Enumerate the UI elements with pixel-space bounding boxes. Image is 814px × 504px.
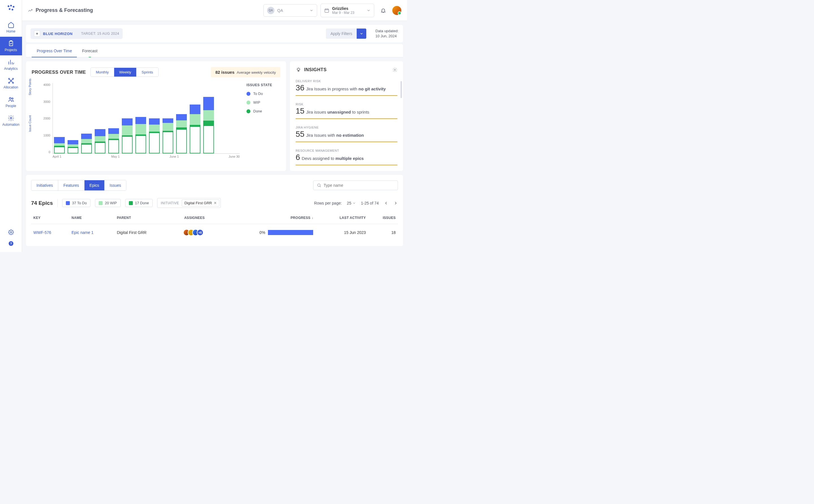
page-next[interactable] [393, 201, 398, 205]
epics-table: KEY NAME PARENT ASSIGNEES PROGRESS ↓ LAS… [31, 212, 398, 241]
filter-wip[interactable]: 20 WIP [95, 199, 121, 207]
insight-item[interactable]: RISK15Jira issues unassigned to sprints [296, 103, 397, 119]
tab-initiatives[interactable]: Initiatives [31, 180, 58, 190]
insight-item[interactable]: JIRA HYGIENE55Jira Issues with no estima… [296, 126, 397, 142]
bar-column [54, 137, 65, 153]
tab-progress[interactable]: Progress Over Time [32, 44, 77, 57]
home-icon [8, 21, 14, 28]
forecast-indicator [89, 57, 91, 57]
svg-point-0 [8, 5, 9, 7]
svg-point-14 [10, 232, 12, 233]
rows-per-page-label: Rows per page: [314, 201, 342, 205]
sidebar: Home Projects Analytics Allocation Peopl… [0, 0, 22, 252]
legend-item[interactable]: Done [246, 109, 280, 113]
rows-per-page-select[interactable]: 25 [347, 201, 356, 205]
target-date: TARGET: 15 AUG 2024 [81, 32, 119, 36]
main-tabs: Progress Over Time Forecast [26, 44, 403, 57]
search-input[interactable] [323, 183, 394, 188]
bar-column [122, 118, 133, 153]
bell-icon[interactable] [380, 8, 386, 13]
bar-column [95, 129, 105, 153]
help-icon[interactable]: ? [8, 241, 14, 246]
col-issues[interactable]: ISSUES [368, 212, 398, 224]
seg-monthly[interactable]: Monthly [91, 68, 114, 77]
epic-name-link[interactable]: Epic name 1 [71, 230, 94, 235]
svg-point-10 [12, 82, 14, 83]
team-range: Mar 9 - Mar 23 [332, 11, 354, 15]
header: Progress & Forecasting QA QA Grizzlies M… [22, 0, 407, 21]
col-last[interactable]: LAST ACTIVITY [315, 212, 368, 224]
gear-icon[interactable] [392, 67, 397, 72]
bar-column [68, 140, 78, 154]
tab-issues[interactable]: Issues [104, 180, 126, 190]
qa-dropdown[interactable]: QA QA [263, 4, 317, 17]
page-prev[interactable] [384, 201, 388, 205]
nav-automation[interactable]: Automation [0, 111, 22, 130]
app-logo [7, 5, 15, 11]
page-range: 1-25 of 74 [361, 201, 379, 205]
insights-title: INSIGHTS [304, 67, 327, 72]
nav-allocation[interactable]: Allocation [0, 74, 22, 93]
epics-count: 74 Epics [31, 200, 53, 206]
apply-filters-button[interactable]: Apply Filters [326, 29, 357, 39]
progress-value: 0% [259, 230, 265, 235]
bar-column [190, 105, 200, 153]
svg-point-4 [12, 9, 13, 10]
data-updated: Data updated: 10 Jun, 2024 [375, 29, 398, 39]
team-dropdown[interactable]: Grizzlies Mar 9 - Mar 23 [320, 4, 374, 17]
people-icon [8, 96, 14, 103]
y-axis-label-bottom: Issue Count [28, 115, 32, 132]
filter-done[interactable]: 17 Done [125, 199, 153, 207]
col-parent[interactable]: PARENT [114, 212, 173, 224]
issues-count: 18 [368, 224, 398, 241]
issue-key-link[interactable]: WWF-576 [33, 230, 51, 235]
svg-point-12 [12, 98, 13, 99]
chevron-down-icon [359, 32, 363, 36]
tab-epics[interactable]: Epics [84, 180, 104, 190]
close-icon[interactable]: ✕ [214, 201, 217, 205]
user-avatar[interactable] [392, 6, 401, 15]
svg-point-3 [9, 8, 10, 10]
col-assignees[interactable]: ASSIGNEES [173, 212, 216, 224]
table-row[interactable]: WWF-576 Epic name 1 Digital First GRR +6 [31, 224, 398, 241]
col-key[interactable]: KEY [31, 212, 69, 224]
nav-label: People [6, 104, 16, 108]
apply-filters-dropdown[interactable] [357, 29, 366, 39]
nav-label: Analytics [4, 67, 18, 71]
add-filter-button[interactable]: + [34, 31, 40, 37]
nav-home[interactable]: Home [0, 18, 22, 37]
initiative-tag[interactable]: Digital First GRR ✕ [182, 199, 219, 207]
bar-column [176, 114, 187, 153]
parent-cell: Digital First GRR [114, 224, 173, 241]
insight-item[interactable]: RESOURCE MANAGEMENT6Devs assigned to mul… [296, 149, 397, 165]
legend-item[interactable]: WIP [246, 100, 280, 105]
seg-sprints[interactable]: Sprints [136, 68, 158, 77]
nav-analytics[interactable]: Analytics [0, 55, 22, 74]
network-icon [8, 77, 14, 84]
search-icon [317, 183, 321, 188]
nav-projects[interactable]: Projects [0, 37, 22, 55]
insight-item[interactable]: DELIVERY RISK36Jira Issues in progress w… [296, 79, 397, 96]
col-progress[interactable]: PROGRESS ↓ [216, 212, 315, 224]
settings-icon[interactable] [8, 229, 14, 235]
insights-panel: INSIGHTS DELIVERY RISK36Jira Issues in p… [290, 61, 403, 171]
chevron-down-icon [352, 201, 356, 205]
bar-column [149, 118, 160, 153]
qa-badge: QA [267, 7, 274, 14]
svg-point-9 [8, 82, 10, 83]
chart-icon [8, 59, 14, 66]
filter-todo[interactable]: 37 To Do [62, 199, 90, 207]
assignees-stack[interactable]: +6 [175, 229, 214, 236]
scrollbar-thumb[interactable] [400, 81, 402, 98]
legend-item[interactable]: To Do [246, 92, 280, 96]
project-name: BLUE HORIZON [43, 32, 73, 36]
search-box[interactable] [313, 181, 398, 190]
seg-weekly[interactable]: Weekly [114, 68, 136, 77]
nav-people[interactable]: People [0, 93, 22, 111]
tab-forecast[interactable]: Forecast [77, 44, 102, 57]
svg-point-7 [8, 78, 10, 79]
tab-features[interactable]: Features [58, 180, 84, 190]
svg-point-20 [318, 184, 320, 186]
y-axis-label-top: Story Points [28, 79, 32, 95]
col-name[interactable]: NAME [69, 212, 114, 224]
